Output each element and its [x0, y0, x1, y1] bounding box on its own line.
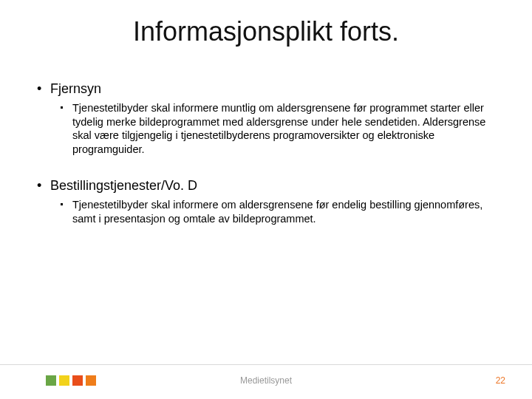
footer-org: Medietilsynet: [0, 375, 532, 386]
bullet-1-body: Tjenestetilbyder skal informere muntlig …: [56, 101, 488, 156]
footer-divider: [0, 364, 532, 365]
spacer: [37, 156, 488, 178]
bullet-2-body: Tjenestetilbyder skal informere om alder…: [56, 198, 488, 225]
slide-title: Informasjonsplikt forts.: [0, 16, 532, 47]
page-number: 22: [496, 375, 505, 386]
bullet-2-heading: Bestillingstjenester/Vo. D: [37, 178, 488, 194]
slide-body: Fjernsyn Tjenestetilbyder skal informere…: [37, 81, 488, 225]
slide: Informasjonsplikt forts. Fjernsyn Tjenes…: [0, 0, 532, 399]
bullet-1-heading: Fjernsyn: [37, 81, 488, 97]
